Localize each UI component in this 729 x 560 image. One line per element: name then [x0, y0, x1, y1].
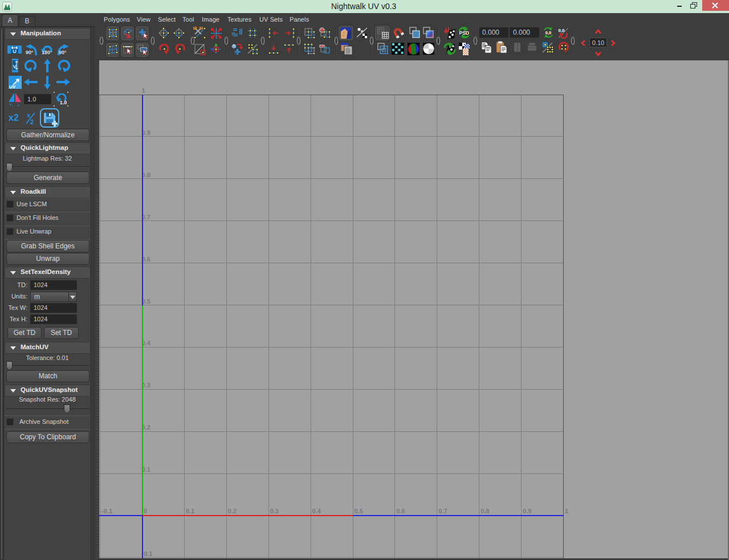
svg-text:UV: UV: [9, 84, 16, 89]
svg-text:1: 1: [565, 508, 568, 514]
svg-text:-0.1: -0.1: [142, 550, 153, 557]
svg-text:0.1: 0.1: [142, 466, 150, 473]
svg-text:0.9: 0.9: [523, 508, 531, 514]
svg-text:2: 2: [30, 118, 34, 125]
svg-text:0.5: 0.5: [142, 298, 150, 305]
svg-text:0.4: 0.4: [142, 340, 151, 346]
svg-text:-0.1: -0.1: [101, 508, 112, 514]
svg-text:0,0: 0,0: [545, 30, 551, 35]
svg-text:1: 1: [142, 87, 145, 94]
svg-text:0.8: 0.8: [142, 171, 150, 178]
svg-text:0.7: 0.7: [438, 508, 447, 514]
svg-text:0.6: 0.6: [142, 256, 150, 263]
svg-text:0.5: 0.5: [355, 508, 363, 514]
svg-text:0.9: 0.9: [142, 129, 150, 136]
svg-text:PSD: PSD: [459, 30, 469, 36]
svg-text:x: x: [27, 112, 31, 118]
svg-text:0.2: 0.2: [142, 424, 150, 431]
svg-text:0.1: 0.1: [186, 508, 194, 514]
svg-text:0.2: 0.2: [228, 508, 237, 514]
svg-text:0: 0: [144, 508, 147, 514]
svg-text:0.8: 0.8: [480, 508, 489, 514]
svg-text:0.7: 0.7: [142, 214, 150, 220]
svg-text:0.3: 0.3: [142, 382, 150, 389]
svg-text:0.6: 0.6: [396, 508, 405, 514]
svg-text:1.0: 1.0: [60, 100, 67, 105]
svg-text:U: U: [13, 48, 17, 54]
svg-text:0.4: 0.4: [312, 508, 321, 514]
svg-text:0.3: 0.3: [270, 508, 279, 514]
